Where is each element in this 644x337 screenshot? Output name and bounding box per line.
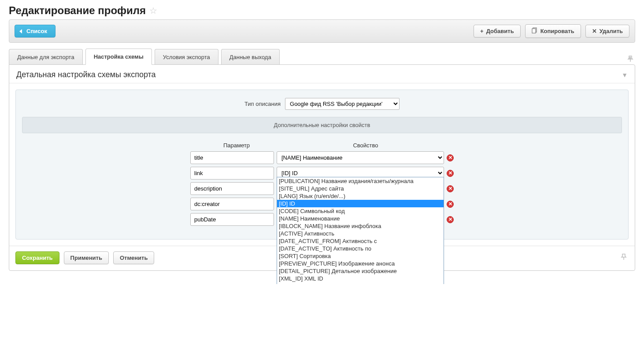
param-input[interactable] — [190, 213, 274, 226]
tab-conditions[interactable]: Условия экспорта — [155, 49, 218, 65]
dropdown-option[interactable]: [CODE] Символьный код — [277, 207, 444, 215]
tabs-bar: Данные для экспортаНастройка схемыУслови… — [9, 48, 635, 64]
type-label: Тип описания — [244, 101, 281, 107]
collapse-icon[interactable]: ▼ — [622, 71, 628, 79]
param-input[interactable] — [190, 167, 274, 180]
svg-rect-1 — [532, 29, 536, 33]
dropdown-option[interactable]: [ID] ID — [277, 200, 444, 207]
col-param-header: Параметр — [195, 142, 278, 149]
delete-button[interactable]: ✕ Удалить — [585, 25, 629, 37]
dropdown-option[interactable]: [ACTIVE] Активность — [277, 230, 444, 237]
tab-output[interactable]: Данные выхода — [221, 49, 280, 65]
remove-row-icon[interactable]: ✕ — [447, 201, 454, 208]
dropdown-option[interactable]: [PUBLICATION] Название издания/газеты/жу… — [277, 177, 444, 185]
save-button-label: Сохранить — [22, 255, 53, 261]
favorite-star-icon[interactable]: ☆ — [149, 5, 157, 16]
dropdown-option[interactable]: [NAME] Наименование — [277, 215, 444, 222]
toolbar: Список + Добавить Копировать ✕ Удалить — [9, 19, 635, 43]
delete-button-label: Удалить — [600, 28, 623, 34]
add-button-label: Добавить — [486, 28, 514, 34]
col-prop-header: Свойство — [282, 142, 449, 149]
dropdown-option[interactable]: [DATE_ACTIVE_TO] Активность по — [277, 245, 444, 252]
type-select[interactable]: Google фид RSS 'Выбор редакции' — [285, 98, 400, 110]
panel-title: Детальная настройка схемы экспорта — [16, 70, 156, 79]
dropdown-option[interactable]: [XML_ID] XML ID — [277, 275, 444, 282]
copy-button[interactable]: Копировать — [525, 24, 581, 38]
dropdown-option[interactable]: [SORT] Сортировка — [277, 252, 444, 260]
close-icon: ✕ — [592, 28, 597, 34]
properties-grid: Параметр Свойство [NAME] Наименование✕[I… — [19, 142, 625, 226]
apply-button[interactable]: Применить — [64, 251, 109, 264]
table-row: [NAME] Наименование✕ — [190, 151, 454, 164]
copy-icon — [532, 27, 538, 35]
remove-row-icon[interactable]: ✕ — [447, 170, 454, 177]
property-dropdown-list[interactable]: [PUBLICATION] Название издания/газеты/жу… — [277, 177, 444, 284]
page-title: Редактирование профиля — [9, 4, 146, 17]
save-button[interactable]: Сохранить — [15, 251, 59, 264]
dropdown-option[interactable]: [PREVIEW_TEXT] Описание анонса — [277, 282, 444, 284]
add-button[interactable]: + Добавить — [474, 25, 521, 37]
dropdown-option[interactable]: [DATE_ACTIVE_FROM] Активность с — [277, 237, 444, 245]
remove-row-icon[interactable]: ✕ — [447, 216, 454, 223]
copy-button-label: Копировать — [540, 28, 574, 34]
param-input[interactable] — [190, 182, 274, 195]
param-input[interactable] — [190, 151, 274, 164]
apply-button-label: Применить — [70, 255, 102, 261]
remove-row-icon[interactable]: ✕ — [447, 154, 454, 161]
pin-icon[interactable] — [627, 55, 633, 64]
tab-schema[interactable]: Настройка схемы — [85, 49, 152, 65]
back-list-button[interactable]: Список — [15, 25, 56, 37]
dropdown-option[interactable]: [SITE_URL] Адрес сайта — [277, 185, 444, 192]
remove-row-icon[interactable]: ✕ — [447, 185, 454, 192]
plus-icon: + — [480, 28, 484, 34]
tab-export-data[interactable]: Данные для экспорта — [9, 49, 83, 65]
pin-icon[interactable] — [621, 253, 627, 262]
param-input[interactable] — [190, 198, 274, 210]
dropdown-option[interactable]: [DETAIL_PICTURE] Детальное изображение — [277, 267, 444, 275]
dropdown-option[interactable]: [PREVIEW_PICTURE] Изображение анонса — [277, 260, 444, 267]
dropdown-option[interactable]: [IBLOCK_NAME] Название инфоблока — [277, 222, 444, 230]
cancel-button[interactable]: Отменить — [113, 251, 155, 264]
dropdown-option[interactable]: [LANG] Язык (ru/en/de/...) — [277, 192, 444, 200]
property-select[interactable]: [NAME] Наименование — [277, 151, 444, 164]
list-button-label: Список — [26, 28, 47, 34]
cancel-button-label: Отменить — [120, 255, 148, 261]
sub-header: Дополнительные настройки свойств — [22, 117, 622, 133]
panel: Детальная настройка схемы экспорта ▼ Тип… — [9, 64, 635, 271]
